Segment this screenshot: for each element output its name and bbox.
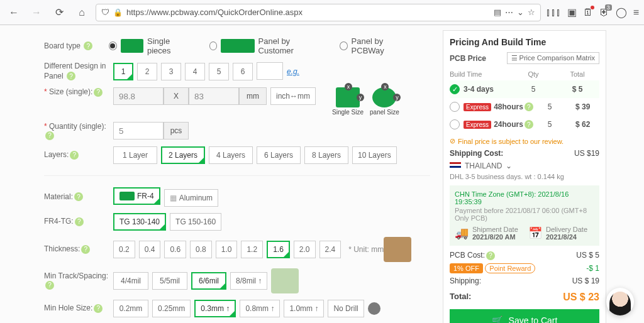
material-opt[interactable]: ▦Aluminum (164, 189, 218, 207)
hole-row: Min Hole Size:? 0.2mm0.25mm0.3mm ↑0.8mm … (44, 300, 430, 317)
thickness-opts-opt[interactable]: 0.8 (190, 241, 212, 258)
help-icon[interactable]: ? (70, 151, 79, 160)
help-icon[interactable]: ? (94, 304, 103, 313)
layers-options: 1 Layer2 Layers4 Layers6 Layers8 Layers1… (113, 146, 401, 164)
qty-unit: pcs (164, 122, 189, 140)
help-icon[interactable]: ? (486, 251, 495, 260)
track-opts-opt[interactable]: 5/5mil (152, 272, 187, 290)
bookmark-star-icon[interactable]: ☆ (528, 8, 535, 17)
thickness-opts-opt[interactable]: 2.4 (319, 241, 341, 258)
hole-opts-opt[interactable]: 0.25mm (152, 300, 191, 317)
width-input[interactable] (113, 87, 164, 105)
help-icon[interactable]: ? (67, 72, 75, 80)
board-type-option[interactable]: Single pieces (109, 36, 192, 55)
layers-opts-opt[interactable]: 1 Layer (113, 146, 157, 164)
track-opts-opt[interactable]: 4/4mil (113, 272, 148, 290)
thickness-opts-opt[interactable]: 1.0 (216, 241, 238, 258)
calendar-icon: 📅 (528, 226, 542, 240)
pocket-icon[interactable]: ⌄ (517, 8, 524, 17)
fr4tg-row: FR4-TG:? TG 130-140TG 150-160 (44, 213, 430, 231)
help-icon[interactable]: ? (45, 281, 54, 290)
diff-design-num[interactable]: 5 (209, 63, 229, 80)
thickness-opts-opt[interactable]: 1.2 (241, 241, 263, 258)
price-comparison-button[interactable]: ☰ Price Comparison Matrix (507, 52, 599, 64)
price-row[interactable]: Express24hours ?5$ 62 (450, 116, 599, 133)
height-input[interactable] (189, 87, 239, 105)
help-icon[interactable]: ? (84, 41, 92, 50)
fr4tg-options: TG 130-140TG 150-160 (113, 213, 225, 231)
notif-icon[interactable]: 🗓 (583, 7, 593, 18)
library-icon[interactable]: ⫿⫿⫿ (546, 7, 561, 18)
qty-input[interactable] (113, 122, 164, 140)
track-label: Min Track/Spacing:? (44, 271, 113, 290)
discount-tag: 1% OFF (450, 263, 483, 273)
thickness-options: 0.20.40.60.81.01.21.62.02.4* Unit: mm (113, 237, 414, 262)
hole-opts-opt[interactable]: No Drill (328, 300, 364, 317)
shield-icon[interactable]: 🛡 (101, 8, 109, 17)
forward-button[interactable]: → (28, 4, 45, 21)
diff-design-num[interactable]: 6 (233, 63, 253, 80)
shipping-cost-value: US $19 (574, 149, 599, 158)
extensions-icon[interactable]: ⛨3 (599, 7, 609, 18)
price-row[interactable]: Express48hours ?5$ 39 (450, 98, 599, 116)
thickness-opts-opt[interactable]: 0.2 (113, 241, 135, 258)
fr4tg-opts-opt[interactable]: TG 150-160 (170, 213, 221, 231)
board-type-option[interactable]: Panel by PCBWay (340, 36, 413, 55)
hole-opts-opt[interactable]: 0.2mm (113, 300, 148, 317)
support-avatar[interactable] (606, 288, 634, 315)
hole-opts-opt[interactable]: 0.8mm ↑ (240, 300, 280, 317)
toolbar-right: ⫿⫿⫿ ▣ 🗓 ⛨3 ◯ ≡ (546, 6, 639, 18)
thickness-unit: * Unit: mm (348, 245, 384, 254)
browser-toolbar: ← → ⟳ ⌂ 🛡 🔒 https://www.pcbway.com/Quick… (0, 0, 644, 25)
board-type-option[interactable]: Panel by Customer (209, 36, 322, 55)
help-icon[interactable]: ? (81, 245, 90, 254)
hole-label: Min Hole Size:? (44, 304, 113, 313)
more-url-icon[interactable]: ⋯ (505, 8, 513, 17)
pcb-price-label: PCB Price (450, 54, 486, 63)
help-icon[interactable]: ? (75, 217, 84, 226)
track-opts-opt[interactable]: 8/8mil ↑ (230, 272, 267, 290)
save-to-cart-button[interactable]: 🛒Save to Cart (450, 309, 599, 324)
layers-opts-opt[interactable]: 10 Layers (352, 146, 397, 164)
thickness-opts-opt[interactable]: 0.6 (164, 241, 186, 258)
url-bar[interactable]: 🛡 🔒 https://www.pcbway.com/QuickOrderOnl… (96, 4, 541, 21)
reader-icon[interactable]: ▤ (494, 8, 501, 17)
fr4tg-label: FR4-TG:? (44, 217, 113, 226)
layers-opts-opt[interactable]: 4 Layers (209, 146, 253, 164)
unit-mm: mm (239, 87, 267, 105)
help-icon[interactable]: ? (94, 88, 103, 97)
home-button[interactable]: ⌂ (73, 4, 91, 21)
account-icon[interactable]: ◯ (616, 6, 627, 18)
diff-design-num[interactable]: 1 (113, 63, 133, 80)
track-opts-opt[interactable]: 6/6mil (191, 272, 226, 290)
unit-toggle[interactable]: inch↔mm (270, 87, 316, 105)
diff-design-num[interactable]: 2 (137, 63, 157, 80)
thickness-opts-opt[interactable]: 0.4 (139, 241, 161, 258)
material-opt[interactable]: FR-4 (113, 187, 160, 205)
back-button[interactable]: ← (5, 4, 23, 21)
cart-icon: 🛒 (492, 315, 502, 324)
hole-opts-opt[interactable]: 0.3mm ↑ (194, 300, 236, 317)
reward-tag[interactable]: Point Reward (485, 263, 535, 273)
layers-label: Layers:? (44, 150, 113, 160)
menu-icon[interactable]: ≡ (633, 7, 639, 18)
fr4tg-opts-opt[interactable]: TG 130-140 (113, 213, 166, 231)
thickness-opts-opt[interactable]: 2.0 (294, 241, 316, 258)
diff-design-custom-input[interactable] (257, 62, 283, 80)
diff-design-num[interactable]: 3 (161, 63, 181, 80)
help-icon[interactable]: ? (74, 192, 83, 201)
layers-opts-opt[interactable]: 6 Layers (257, 146, 301, 164)
price-row[interactable]: ✓3-4 days 5$ 5 (450, 80, 599, 98)
layers-opts-opt[interactable]: 8 Layers (304, 146, 348, 164)
hole-opts-opt[interactable]: 1.0mm ↑ (284, 300, 324, 317)
thickness-opts-opt[interactable]: 1.6 (267, 241, 290, 258)
layers-opts-opt[interactable]: 2 Layers (161, 146, 205, 164)
diff-design-num[interactable]: 4 (185, 63, 205, 80)
shipping-value: US $ 19 (572, 276, 599, 285)
eg-link[interactable]: e.g. (287, 67, 299, 76)
country-select[interactable]: THAILAND ⌄ (450, 162, 599, 170)
reload-button[interactable]: ⟳ (50, 4, 68, 21)
sidebar-icon[interactable]: ▣ (567, 6, 577, 18)
help-icon[interactable]: ? (45, 131, 54, 140)
track-diagram (271, 268, 299, 293)
